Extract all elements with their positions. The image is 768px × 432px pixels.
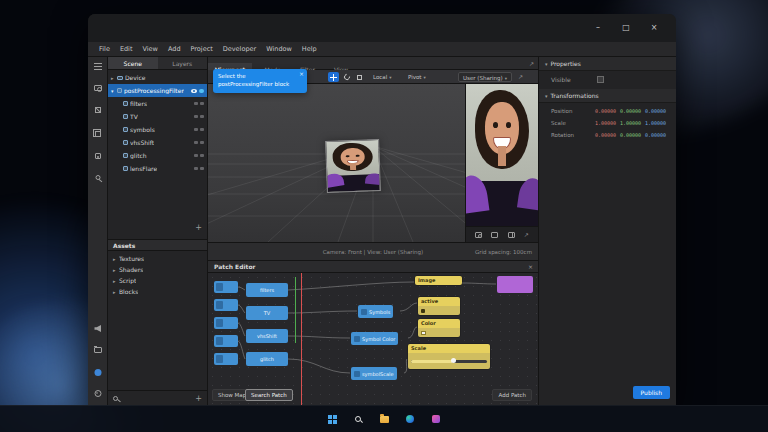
edge-browser-button[interactable] — [400, 409, 420, 429]
asset-search-icon[interactable] — [113, 396, 118, 401]
row-toggle-icon[interactable] — [200, 128, 204, 131]
slider-thumb[interactable] — [451, 358, 456, 363]
patch-input-chip[interactable] — [214, 335, 238, 347]
transformations-header[interactable]: ▾ Transformations — [539, 89, 676, 103]
taskbar-search-button[interactable] — [348, 409, 368, 429]
search-patch-button[interactable]: Search Patch — [245, 389, 293, 401]
viewport-3d[interactable]: ↗ — [208, 84, 538, 242]
row-toggle-icon[interactable] — [200, 167, 204, 170]
row-toggle-icon[interactable] — [194, 115, 198, 118]
titlebar[interactable]: – □ × — [88, 14, 676, 42]
projects-icon[interactable] — [94, 347, 102, 353]
layers-icon[interactable] — [95, 131, 101, 137]
patch-node-symbol-color[interactable]: Symbol Color — [351, 332, 398, 345]
menu-view[interactable]: View — [137, 45, 162, 53]
pivot-dropdown[interactable]: Pivot▾ — [408, 72, 426, 82]
file-explorer-button[interactable] — [374, 409, 394, 429]
scale-tool-button[interactable] — [354, 72, 365, 82]
patch-node-symbols[interactable]: Symbols — [358, 305, 393, 318]
scale-x-value[interactable]: 1.00000 — [591, 120, 616, 126]
add-object-button[interactable]: + — [195, 223, 202, 232]
row-toggle-icon[interactable] — [194, 154, 198, 157]
menu-project[interactable]: Project — [186, 45, 218, 53]
patch-input-chip[interactable] — [214, 299, 238, 311]
patch-node-purple[interactable] — [497, 276, 533, 293]
studio-app-button[interactable] — [426, 409, 446, 429]
tree-row-symbols[interactable]: symbols — [108, 123, 207, 136]
tree-row-glitch[interactable]: glitch — [108, 149, 207, 162]
patch-node-image[interactable]: Image — [415, 276, 462, 285]
account-avatar[interactable] — [94, 369, 101, 376]
row-toggle-icon[interactable] — [200, 115, 204, 118]
announcement-icon[interactable] — [94, 325, 101, 332]
scale-y-value[interactable]: 1.00000 — [616, 120, 641, 126]
patch-block-node[interactable]: vhsShift — [246, 329, 288, 343]
search-icon[interactable] — [95, 175, 100, 180]
patch-input-chip[interactable] — [214, 353, 238, 365]
scale-z-value[interactable]: 1.00000 — [641, 120, 666, 126]
menu-help[interactable]: Help — [297, 45, 322, 53]
split-view-icon[interactable] — [508, 232, 515, 238]
menu-edit[interactable]: Edit — [115, 45, 138, 53]
patch-canvas[interactable]: filters TV vhsShift glitch Symbols Symbo… — [208, 273, 538, 405]
patch-node-scale[interactable]: Scale — [408, 344, 490, 369]
start-button[interactable] — [322, 409, 342, 429]
tab-scene[interactable]: Scene — [108, 57, 158, 69]
publish-button[interactable]: Publish — [633, 386, 670, 399]
asset-row-blocks[interactable]: ▸ Blocks — [108, 286, 207, 297]
position-y-value[interactable]: 0.00000 — [616, 108, 641, 114]
checkbox-icon[interactable] — [421, 309, 425, 313]
move-tool-button[interactable] — [328, 72, 339, 82]
patch-block-node[interactable]: filters — [246, 283, 288, 297]
local-dropdown[interactable]: Local▾ — [373, 72, 392, 82]
row-toggle-icon[interactable] — [200, 141, 204, 144]
scene-plane-object[interactable] — [325, 139, 381, 193]
menu-developer[interactable]: Developer — [218, 45, 261, 53]
rotate-tool-button[interactable] — [341, 72, 352, 82]
camera-view-dropdown[interactable]: User (Sharing)▾ — [458, 72, 512, 82]
tree-row-postprocessingfilter[interactable]: ▾ postProcessingFilter — [108, 84, 207, 97]
tree-row-lensflare[interactable]: lensFlare — [108, 162, 207, 175]
patch-input-chip[interactable] — [214, 317, 238, 329]
tree-row-vhsshift[interactable]: vhsShift — [108, 136, 207, 149]
row-toggle-icon[interactable] — [194, 102, 198, 105]
add-asset-button[interactable]: + — [195, 394, 202, 403]
scale-slider[interactable] — [411, 360, 487, 363]
tree-row-device[interactable]: ▸ Device — [108, 71, 207, 84]
capture-icon[interactable] — [94, 85, 102, 91]
effects-icon[interactable] — [491, 232, 498, 238]
visible-checkbox[interactable] — [597, 76, 604, 83]
row-toggle-icon[interactable] — [194, 167, 198, 170]
row-toggle-icon[interactable] — [194, 141, 198, 144]
patch-node-active[interactable]: active — [418, 297, 460, 315]
plugins-icon[interactable] — [95, 153, 101, 159]
asset-row-script[interactable]: ▸ Script — [108, 275, 207, 286]
color-swatch[interactable] — [421, 331, 426, 335]
row-toggle-icon[interactable] — [194, 128, 198, 131]
menu-file[interactable]: File — [94, 45, 115, 53]
add-patch-button[interactable]: Add Patch — [492, 389, 532, 401]
rotation-x-value[interactable]: 0.00000 — [591, 132, 616, 138]
maximize-button[interactable]: □ — [612, 18, 640, 38]
tree-row-tv[interactable]: TV — [108, 110, 207, 123]
camera-switch-icon[interactable] — [475, 232, 482, 238]
tab-layers[interactable]: Layers — [158, 57, 208, 69]
patch-block-node[interactable]: TV — [246, 306, 288, 320]
row-toggle-icon[interactable] — [200, 154, 204, 157]
rotation-z-value[interactable]: 0.00000 — [641, 132, 666, 138]
position-x-value[interactable]: 0.00000 — [591, 108, 616, 114]
patch-node-color[interactable]: Color — [418, 319, 460, 337]
asset-row-shaders[interactable]: ▸ Shaders — [108, 264, 207, 275]
row-toggle-icon[interactable] — [200, 102, 204, 105]
close-button[interactable]: × — [640, 18, 668, 38]
properties-header[interactable]: ▾ Properties — [539, 57, 676, 71]
popout-viewport-icon[interactable]: ↗ — [529, 57, 534, 70]
patch-close-icon[interactable]: × — [528, 261, 533, 273]
menu-add[interactable]: Add — [163, 45, 186, 53]
patch-node-symbolscale[interactable]: symbolScale — [351, 367, 397, 380]
patch-input-chip[interactable] — [214, 281, 238, 293]
blocks-icon[interactable] — [95, 107, 101, 113]
tree-row-filters[interactable]: filters — [108, 97, 207, 110]
rotation-y-value[interactable]: 0.00000 — [616, 132, 641, 138]
asset-row-textures[interactable]: ▸ Textures — [108, 253, 207, 264]
